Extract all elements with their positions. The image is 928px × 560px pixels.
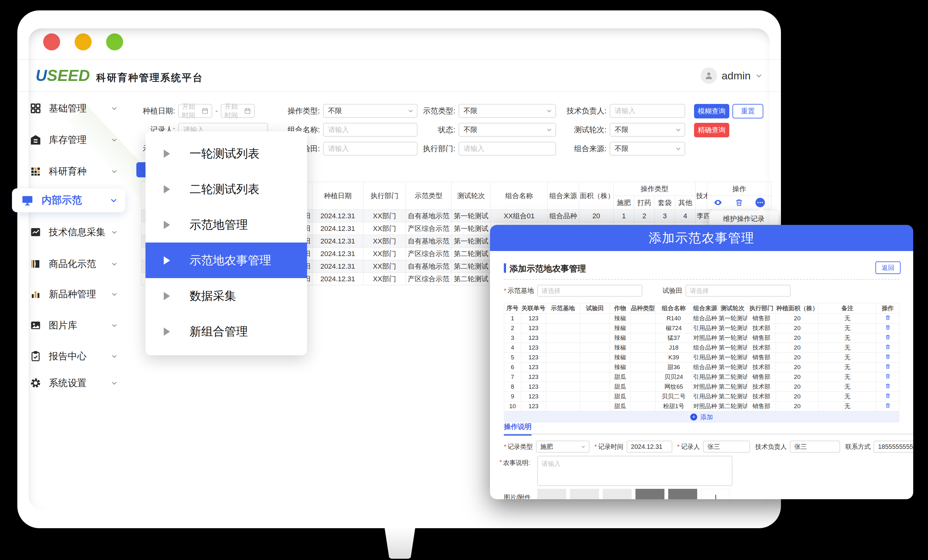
date-input[interactable]: 开始时间	[178, 104, 212, 118]
menu-item-5[interactable]: 数据采集	[145, 278, 307, 314]
modal-col-header: 操作	[876, 303, 899, 314]
app-logo: USEED 科研育种管理系统平台	[35, 66, 203, 85]
sidebar-item-10[interactable]: 系统设置	[17, 373, 126, 393]
reset-button[interactable]: 重置	[733, 104, 763, 118]
maximize-light[interactable]	[106, 34, 123, 50]
filter-input[interactable]: 请输入	[323, 142, 418, 156]
minimize-light[interactable]	[75, 34, 92, 50]
chevron-down-icon	[408, 108, 414, 114]
filter-select[interactable]: 不限	[610, 123, 685, 137]
date-range-dash: -	[215, 107, 218, 115]
modal-col-header: 作物	[610, 303, 630, 314]
filter-select[interactable]: 不限	[458, 104, 556, 118]
modal-select[interactable]: 请选择	[537, 285, 643, 297]
add-row-button[interactable]: +添加	[504, 411, 899, 423]
filter-field: 请输入	[323, 123, 418, 137]
delete-row-icon[interactable]	[885, 363, 891, 369]
filter-field: 不限	[458, 104, 556, 118]
farming-description-textarea[interactable]: 请输入	[537, 456, 733, 486]
triangle-right-icon	[164, 292, 170, 300]
filter-field: 不限	[610, 123, 685, 137]
close-light[interactable]	[43, 34, 60, 50]
operations-header: 操作	[707, 182, 771, 196]
triangle-right-icon	[164, 185, 170, 194]
menu-item-label: 二轮测试列表	[189, 182, 259, 197]
sidebar-item-5[interactable]: 技术信息采集	[17, 222, 126, 242]
user-menu[interactable]: admin	[701, 67, 763, 84]
attachment-box[interactable]	[701, 489, 730, 499]
filter-row-1: 种植日期:开始时间-开始时间操作类型:不限示范类型:不限技术负责人:请输入	[140, 104, 685, 118]
delete-row-icon[interactable]	[885, 354, 891, 360]
modal-text-input[interactable]: 1855555555	[873, 441, 913, 453]
sidebar: 基础管理库存管理科研育种技术信息采集商品化示范新品种管理图片库报告中心系统设置	[17, 87, 126, 509]
modal-text-input[interactable]: 2024.12.31	[627, 441, 672, 453]
filter-select[interactable]: 不限	[610, 142, 685, 156]
delete-row-icon[interactable]	[885, 383, 891, 389]
view-icon[interactable]	[714, 198, 722, 207]
chevron-down-icon	[546, 127, 553, 133]
delete-icon[interactable]	[735, 198, 743, 207]
attachment-box[interactable]	[603, 489, 632, 499]
col-area: 面积（株）	[579, 182, 614, 210]
date-input[interactable]: 开始时间	[221, 104, 255, 118]
record-type-select[interactable]: 施肥	[536, 441, 589, 453]
modal-text-input[interactable]: 张三	[790, 441, 840, 453]
sidebar-item-7[interactable]: 新品种管理	[17, 284, 126, 304]
attachment-box[interactable]	[570, 489, 599, 499]
back-button[interactable]: 返回	[875, 261, 901, 274]
delete-row-icon[interactable]	[885, 403, 891, 409]
tab-operation-notes[interactable]: 操作说明	[504, 422, 531, 436]
attachment-box[interactable]	[635, 489, 664, 499]
sidebar-item-3[interactable]: 科研育种	[17, 161, 126, 182]
delete-row-icon[interactable]	[885, 334, 891, 340]
delete-row-icon[interactable]	[885, 324, 891, 330]
sidebar-item-1[interactable]: 基础管理	[17, 98, 126, 118]
maintain-records-menu-item[interactable]: 维护操作记录	[709, 211, 778, 227]
delete-row-icon[interactable]	[885, 393, 891, 399]
filter-field: 请输入	[323, 142, 418, 156]
plant-date-range: 开始时间-开始时间	[178, 104, 257, 118]
sidebar-item-label: 内部示范	[41, 194, 82, 207]
modal-select[interactable]: 请选择	[685, 285, 791, 297]
filter-input[interactable]: 请输入	[323, 123, 418, 137]
modal-table-row: 4123辣椒J18组合品种第一轮测试技术部20无	[504, 343, 899, 353]
chevron-down-icon	[675, 145, 681, 152]
delete-row-icon[interactable]	[885, 314, 891, 320]
archive-icon	[30, 134, 41, 145]
filter-input[interactable]: 请输入	[458, 142, 556, 156]
sidebar-item-6[interactable]: 商品化示范	[17, 254, 126, 274]
exact-search-button[interactable]: 精确查询	[694, 123, 729, 137]
sidebar-item-internal-demo[interactable]: 内部示范	[12, 188, 125, 212]
filter-label: 技术负责人:	[556, 106, 610, 116]
modal-title: 添加示范农事管理	[490, 225, 913, 251]
app-title: 科研育种管理系统平台	[96, 71, 203, 84]
sidebar-item-9[interactable]: 报告中心	[17, 346, 126, 366]
modal-table-row: 1123辣椒R140组合品种第一轮测试销售部20无	[504, 314, 899, 323]
sidebar-item-label: 新品种管理	[49, 288, 96, 301]
delete-row-icon[interactable]	[885, 373, 891, 379]
grid-icon	[30, 103, 41, 114]
modal-text-input[interactable]: 张三	[703, 441, 750, 453]
filter-select[interactable]: 不限	[323, 104, 418, 118]
filter-input[interactable]: 请输入	[610, 104, 685, 118]
menu-item-4[interactable]: 示范地农事管理	[145, 243, 307, 278]
sidebar-item-label: 系统设置	[49, 377, 87, 390]
menu-item-6[interactable]: 新组合管理	[145, 314, 307, 349]
sidebar-item-8[interactable]: 图片库	[17, 315, 126, 336]
menu-item-1[interactable]: 一轮测试列表	[145, 136, 307, 171]
delete-row-icon[interactable]	[885, 344, 891, 350]
more-actions-icon[interactable]	[756, 198, 765, 207]
menu-item-2[interactable]: 二轮测试列表	[145, 171, 307, 207]
sidebar-item-2[interactable]: 库存管理	[17, 130, 126, 150]
sidebar-item-label: 基础管理	[49, 102, 87, 115]
modal-form-group: *记录类型施肥	[504, 441, 589, 453]
modal-col-header: 备注	[818, 303, 876, 314]
fuzzy-search-button[interactable]: 模糊查询	[694, 104, 729, 118]
attachment-box[interactable]	[537, 489, 566, 499]
filter-select[interactable]: 不限	[458, 123, 556, 137]
modal-top-form: *示范基地请选择试验田请选择	[504, 285, 791, 297]
menu-item-3[interactable]: 示范地管理	[145, 207, 307, 243]
modal-col-header: 种植面积（株）	[776, 303, 819, 314]
attachments-label: 图片/附件	[504, 493, 531, 499]
attachment-box[interactable]	[668, 489, 697, 499]
